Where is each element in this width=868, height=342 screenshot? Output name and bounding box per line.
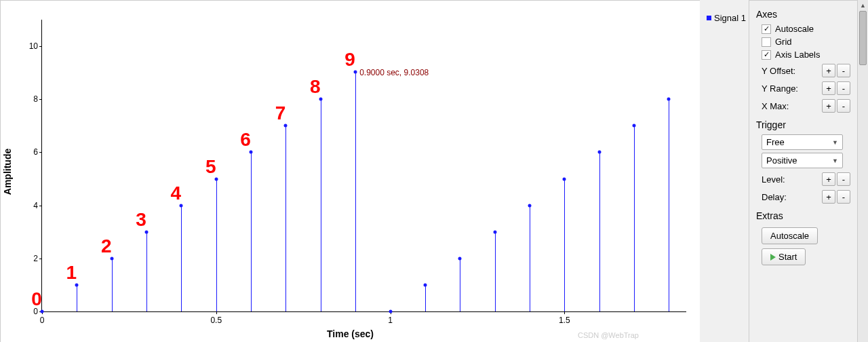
start-button[interactable]: Start	[762, 248, 806, 265]
data-point[interactable]	[563, 177, 566, 180]
axes-section-title: Axes	[756, 9, 850, 20]
annotation-number: 8	[310, 76, 321, 98]
legend-label: Signal 1	[714, 13, 746, 23]
annotation-number: 0	[31, 288, 42, 310]
chevron-down-icon: ▼	[832, 139, 838, 146]
stem	[599, 152, 600, 311]
scroll-up-icon[interactable]: ▲	[858, 0, 868, 11]
autoscale-button-label: Autoscale	[770, 231, 809, 241]
data-point[interactable]	[389, 310, 392, 314]
annotation-number: 1	[66, 262, 77, 284]
watermark: CSDN @WebTrap	[578, 331, 639, 339]
data-point[interactable]	[493, 230, 496, 233]
stem	[564, 179, 565, 311]
data-point[interactable]	[458, 256, 462, 260]
data-point[interactable]	[597, 151, 601, 154]
annotation-number: 6	[240, 129, 251, 151]
stem	[216, 179, 217, 311]
data-point[interactable]	[632, 124, 635, 128]
data-point[interactable]	[667, 98, 671, 101]
data-point[interactable]	[284, 124, 288, 128]
trigger-section-title: Trigger	[756, 119, 850, 130]
stem	[112, 259, 113, 311]
data-point[interactable]	[528, 204, 531, 207]
yrange-plus-button[interactable]: +	[822, 81, 835, 95]
trigger-mode-value: Free	[766, 137, 785, 147]
trigger-level-label: Level:	[762, 174, 819, 185]
chart-canvas[interactable]: 024681000.511.501234567890.9000 sec, 9.0…	[41, 20, 686, 312]
stem	[321, 99, 321, 311]
annotation-number: 2	[101, 235, 112, 257]
data-tooltip: 0.9000 sec, 9.0308	[359, 68, 429, 77]
level-plus-button[interactable]: +	[822, 172, 835, 186]
stem	[251, 152, 252, 311]
autoscale-button[interactable]: Autoscale	[762, 227, 818, 244]
annotation-number: 9	[344, 49, 355, 71]
control-panel: Axes ✓ Autoscale Grid ✓ Axis Labels Y Of…	[749, 0, 857, 342]
xmax-label: X Max:	[762, 101, 819, 111]
level-minus-button[interactable]: -	[837, 172, 850, 186]
annotation-number: 3	[136, 209, 146, 231]
grid-checkbox-row[interactable]: Grid	[762, 37, 850, 47]
trigger-slope-value: Positive	[766, 155, 797, 166]
autoscale-checkbox-row[interactable]: ✓ Autoscale	[762, 24, 850, 34]
data-point[interactable]	[75, 283, 79, 286]
data-point[interactable]	[110, 256, 113, 260]
yoffset-plus-button[interactable]: +	[822, 64, 835, 77]
legend-marker-icon	[707, 16, 711, 20]
yoffset-label: Y Offset:	[762, 66, 819, 76]
delay-plus-button[interactable]: +	[822, 190, 835, 204]
data-point[interactable]	[354, 70, 357, 73]
checkbox-icon[interactable]: ✓	[762, 50, 771, 60]
extras-section-title: Extras	[756, 210, 850, 221]
data-point[interactable]	[214, 177, 218, 180]
scroll-thumb[interactable]	[859, 11, 867, 65]
trigger-mode-select[interactable]: Free ▼	[762, 134, 843, 150]
axislabels-checkbox-row[interactable]: ✓ Axis Labels	[762, 50, 850, 60]
stem	[425, 285, 426, 311]
plot-area: Amplitude Time (sec) Signal 1 024681000.…	[0, 0, 700, 342]
yrange-label: Y Range:	[762, 83, 819, 94]
stem	[530, 206, 530, 311]
axislabels-label: Axis Labels	[775, 50, 820, 60]
stem	[181, 206, 182, 311]
annotation-number: 5	[205, 156, 216, 178]
data-point[interactable]	[145, 230, 149, 233]
data-point[interactable]	[319, 98, 322, 101]
stem	[669, 99, 669, 311]
stem	[77, 285, 77, 311]
y-axis-label: Amplitude	[2, 148, 13, 194]
autoscale-label: Autoscale	[775, 24, 814, 34]
stem	[285, 126, 286, 311]
yrange-minus-button[interactable]: -	[837, 81, 850, 95]
data-point[interactable]	[423, 283, 427, 286]
play-icon	[770, 254, 776, 261]
stem	[460, 259, 460, 311]
annotation-number: 7	[275, 102, 286, 124]
stem	[634, 126, 635, 311]
trigger-slope-select[interactable]: Positive ▼	[762, 153, 843, 168]
annotation-number: 4	[171, 183, 182, 204]
vertical-scrollbar[interactable]: ▲	[857, 0, 868, 342]
stem	[146, 232, 147, 311]
chevron-down-icon: ▼	[832, 157, 838, 164]
yoffset-minus-button[interactable]: -	[837, 64, 850, 77]
stem	[495, 232, 496, 311]
delay-minus-button[interactable]: -	[837, 190, 850, 204]
checkbox-icon[interactable]	[762, 37, 771, 47]
grid-label: Grid	[775, 37, 792, 47]
data-point[interactable]	[41, 310, 44, 314]
xmax-minus-button[interactable]: -	[837, 99, 850, 113]
stem	[355, 72, 356, 311]
data-point[interactable]	[180, 204, 183, 207]
legend: Signal 1	[707, 13, 746, 23]
xmax-plus-button[interactable]: +	[822, 99, 835, 113]
trigger-delay-label: Delay:	[762, 192, 819, 202]
x-axis-label: Time (sec)	[327, 328, 374, 339]
start-button-label: Start	[778, 252, 797, 262]
checkbox-icon[interactable]: ✓	[762, 24, 771, 34]
data-point[interactable]	[250, 151, 253, 154]
